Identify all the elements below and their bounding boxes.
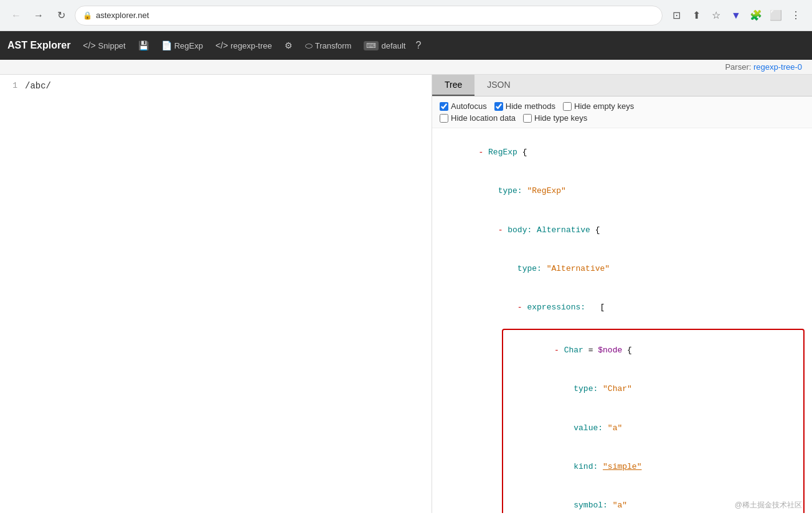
regexp-tree-item[interactable]: </> regexp-tree <box>210 38 277 53</box>
help-button[interactable]: ? <box>415 40 421 51</box>
hide-type-keys-checkbox[interactable] <box>523 114 532 123</box>
minus-root: - <box>478 148 488 157</box>
profile-button[interactable]: ⬜ <box>767 7 785 24</box>
hide-location-option[interactable]: Hide location data <box>440 113 516 123</box>
main-layout: 1 /abc/ Tree JSON Autofocus Hide methods <box>0 75 812 513</box>
regexp-label: RegExp <box>174 41 203 50</box>
char-symbol-val: "a" <box>613 501 627 510</box>
parser-line: Parser: regexp-tree-0 <box>0 60 812 75</box>
body-type-key: type: <box>517 264 542 273</box>
watermark: @稀土掘金技术社区 <box>735 500 802 511</box>
tab-tree[interactable]: Tree <box>432 75 474 96</box>
char-value-indent <box>554 423 574 433</box>
char-symbol-indent <box>554 501 574 510</box>
regexp-tree-label: regexp-tree <box>230 41 271 50</box>
keyboard-item[interactable]: ⌨ default <box>359 39 410 53</box>
ast-root-type-line: type: "RegExp" <box>440 172 805 210</box>
char-symbol-space <box>608 501 613 510</box>
body-type-space <box>542 264 547 273</box>
ast-body-line: - body: Alternative { <box>440 211 805 250</box>
extension1-button[interactable]: ▼ <box>727 7 745 24</box>
options-area: Autofocus Hide methods Hide empty keys H… <box>432 97 812 128</box>
extensions-button[interactable]: 🧩 <box>747 7 765 24</box>
address-bar[interactable]: 🔒 astexplorer.net <box>75 6 663 26</box>
code-line-1: 1 /abc/ <box>0 80 432 92</box>
line-content-1: /abc/ <box>25 81 51 91</box>
ast-char-value-line: value: "a" <box>506 409 801 448</box>
options-row-1: Autofocus Hide methods Hide empty keys <box>440 101 805 111</box>
autofocus-label: Autofocus <box>451 101 487 111</box>
share-button[interactable]: ⬆ <box>687 7 705 24</box>
root-brace: { <box>517 148 527 157</box>
hide-methods-checkbox[interactable] <box>494 102 503 111</box>
body-type: Alternative <box>537 225 590 235</box>
hide-type-keys-option[interactable]: Hide type keys <box>523 113 587 123</box>
minus-expr: - <box>517 303 527 312</box>
keyboard-icon: ⌨ <box>364 41 379 50</box>
ast-content: - RegExp { type: "RegExp" - body: Altern… <box>432 128 812 513</box>
open-icon: 📄 <box>161 40 172 50</box>
lock-icon: 🔒 <box>83 11 92 20</box>
code-panel[interactable]: 1 /abc/ <box>0 75 432 513</box>
highlighted-char-node: - Char = $node { type: "Char" value: "a"… <box>502 329 805 513</box>
save-item[interactable]: 💾 <box>133 38 154 53</box>
body-type-indent <box>478 264 517 273</box>
default-label: default <box>381 41 405 50</box>
tree-tabs: Tree JSON <box>432 75 812 97</box>
app-toolbar: AST Explorer </> Snippet 💾 📄 RegExp </> … <box>0 31 812 60</box>
gear-item[interactable]: ⚙ <box>280 38 298 53</box>
hide-methods-label: Hide methods <box>506 101 555 111</box>
snippet-label: Snippet <box>98 41 126 50</box>
root-indent <box>478 186 498 195</box>
hide-location-label: Hide location data <box>451 113 516 123</box>
char-value-key: value: <box>574 423 603 433</box>
open-item[interactable]: 📄 RegExp <box>156 38 208 53</box>
char-label: Char <box>564 346 583 355</box>
gear-icon: ⚙ <box>285 40 293 50</box>
browser-chrome: ← → ↻ 🔒 astexplorer.net ⊡ ⬆ ☆ ▼ 🧩 ⬜ ⋮ <box>0 0 812 31</box>
char-dollar-node: $node <box>598 346 622 355</box>
body-space <box>532 225 537 235</box>
char-type-space <box>598 384 603 393</box>
hide-empty-keys-option[interactable]: Hide empty keys <box>563 101 634 111</box>
url-text: astexplorer.net <box>96 11 149 20</box>
options-row-2: Hide location data Hide type keys <box>440 113 805 123</box>
chrome-actions: ⊡ ⬆ ☆ ▼ 🧩 ⬜ ⋮ <box>668 7 805 24</box>
body-indent <box>478 225 498 235</box>
ast-char-kind-line: kind: "simple" <box>506 448 801 486</box>
menu-button[interactable]: ⋮ <box>787 7 805 24</box>
parser-link[interactable]: regexp-tree-0 <box>753 62 802 72</box>
hide-location-checkbox[interactable] <box>440 114 448 123</box>
char-kind-key: kind: <box>574 462 598 471</box>
expressions-key: expressions: <box>527 303 585 312</box>
hide-methods-option[interactable]: Hide methods <box>494 101 555 111</box>
back-button[interactable]: ← <box>7 7 25 24</box>
snippet-item[interactable]: </> Snippet <box>78 38 130 53</box>
save-icon: 💾 <box>138 40 149 50</box>
autofocus-checkbox[interactable] <box>440 102 448 111</box>
expr-indent <box>478 303 517 312</box>
char-kind-space <box>598 462 603 471</box>
line-number-1: 1 <box>0 81 25 90</box>
transform-item[interactable]: ⬭ Transform <box>300 38 357 54</box>
char-value-space <box>603 423 608 433</box>
hide-empty-keys-checkbox[interactable] <box>563 102 572 111</box>
autofocus-option[interactable]: Autofocus <box>440 101 487 111</box>
char-type-indent <box>554 384 574 393</box>
forward-button[interactable]: → <box>30 7 47 24</box>
expr-space <box>585 303 600 312</box>
ast-root-line: - RegExp { <box>440 133 805 172</box>
bookmark-button[interactable]: ☆ <box>707 7 725 24</box>
root-type-key: type: <box>498 186 522 195</box>
refresh-button[interactable]: ↻ <box>52 7 70 24</box>
minus-char: - <box>554 346 564 355</box>
hide-type-keys-label: Hide type keys <box>534 113 587 123</box>
hide-empty-keys-label: Hide empty keys <box>574 101 634 111</box>
cast-button[interactable]: ⊡ <box>668 7 685 24</box>
char-kind-indent <box>554 462 574 471</box>
body-key: body: <box>507 225 532 235</box>
char-kind-val: "simple" <box>603 462 641 471</box>
app-title: AST Explorer <box>7 40 70 51</box>
code-icon: </> <box>215 40 228 50</box>
tab-json[interactable]: JSON <box>474 75 522 96</box>
